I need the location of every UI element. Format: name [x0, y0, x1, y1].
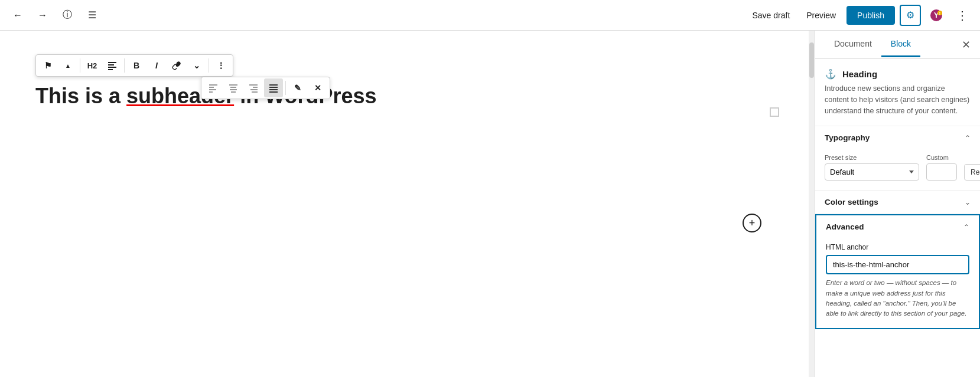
preset-size-select[interactable]: Default	[825, 163, 919, 181]
svg-text:!: !	[939, 11, 940, 15]
custom-size-label: Custom	[926, 154, 957, 161]
typography-panel-content: Preset size Default Custom Reset	[815, 149, 980, 190]
color-settings-panel: Color settings ⌄	[815, 191, 980, 214]
svg-rect-6	[108, 67, 116, 68]
edit-alignment-button[interactable]: ✎	[288, 78, 307, 97]
main-layout: ⚑ ▲ H2 B	[0, 31, 980, 377]
svg-rect-18	[250, 89, 258, 90]
svg-rect-13	[230, 87, 236, 88]
anchor-hint: Enter a word or two — without spaces — t…	[826, 278, 969, 319]
topbar-right: Save draft Preview Publish ⚙ Y ! ⋮	[746, 5, 973, 26]
info-button[interactable]: ⓘ	[57, 5, 78, 26]
svg-rect-12	[229, 84, 237, 86]
italic-button[interactable]: I	[147, 56, 166, 75]
block-info: ⚓ Heading Introduce new sections and org…	[815, 59, 980, 126]
preview-button[interactable]: Preview	[800, 7, 842, 24]
settings-button[interactable]: ⚙	[900, 5, 921, 26]
sidebar-header: Document Block ✕	[815, 31, 980, 59]
typography-fields: Preset size Default Custom Reset	[825, 154, 971, 181]
move-up-button[interactable]: ▲	[58, 56, 77, 75]
svg-rect-4	[108, 62, 116, 63]
typography-panel-header[interactable]: Typography ⌃	[815, 126, 980, 149]
publish-button[interactable]: Publish	[846, 6, 895, 25]
heading-level-button[interactable]: H2	[83, 56, 102, 75]
block-resize-handle	[770, 107, 779, 117]
html-anchor-label: HTML anchor	[826, 243, 969, 251]
align-full-button[interactable]	[264, 78, 283, 97]
color-settings-header[interactable]: Color settings ⌄	[815, 191, 980, 214]
svg-rect-20	[269, 84, 278, 86]
svg-rect-11	[209, 91, 213, 93]
bold-button[interactable]: B	[127, 56, 146, 75]
toolbar-divider-1	[80, 58, 80, 73]
more-rich-text-button[interactable]: ⌄	[187, 56, 206, 75]
block-toolbar-wrapper: ⚑ ▲ H2 B	[35, 54, 773, 77]
save-draft-button[interactable]: Save draft	[746, 7, 796, 24]
align-left-button[interactable]	[204, 78, 223, 97]
tab-document[interactable]: Document	[825, 32, 881, 57]
svg-rect-15	[231, 91, 236, 93]
undo-button[interactable]: ←	[7, 5, 28, 26]
advanced-toggle-icon: ⌃	[963, 223, 969, 231]
svg-rect-7	[108, 69, 113, 70]
svg-rect-8	[209, 84, 217, 86]
align-button[interactable]	[103, 56, 122, 75]
advanced-panel-title: Advanced	[826, 222, 864, 231]
link-button[interactable]	[167, 56, 186, 75]
typography-panel-title: Typography	[825, 133, 870, 142]
block-info-header: ⚓ Heading	[825, 68, 971, 80]
heading-content[interactable]: This is a subheader in WordPress	[35, 83, 773, 110]
advanced-panel-header[interactable]: Advanced ⌃	[816, 215, 979, 238]
advanced-panel: Advanced ⌃ HTML anchor Enter a word or t…	[815, 214, 980, 329]
advanced-panel-content: HTML anchor Enter a word or two — withou…	[816, 238, 979, 328]
yoast-button[interactable]: Y !	[926, 5, 947, 26]
block-more-options-button[interactable]: ⋮	[211, 56, 230, 75]
heading-block-icon: ⚓	[825, 68, 836, 80]
svg-rect-16	[249, 84, 258, 86]
close-alignment-button[interactable]: ✕	[308, 78, 327, 97]
sidebar-tabs: Document Block	[825, 32, 920, 57]
svg-rect-21	[269, 87, 278, 88]
color-settings-toggle-icon: ⌄	[965, 198, 971, 206]
svg-rect-22	[269, 89, 278, 90]
block-toolbar: ⚑ ▲ H2 B	[35, 54, 233, 77]
toolbar-divider-2	[124, 58, 125, 73]
preset-size-label: Preset size	[825, 154, 919, 161]
redo-button[interactable]: →	[32, 5, 53, 26]
typography-panel: Typography ⌃ Preset size Default Custom	[815, 126, 980, 191]
align-right-button[interactable]	[244, 78, 263, 97]
close-sidebar-button[interactable]: ✕	[962, 38, 971, 51]
toolbar-divider-3	[209, 58, 209, 73]
topbar: ← → ⓘ ☰ Save draft Preview Publish ⚙ Y !…	[0, 0, 980, 31]
svg-rect-23	[269, 91, 278, 93]
sub-toolbar: ✎ ✕	[201, 77, 330, 99]
sub-toolbar-divider	[285, 81, 286, 95]
block-mover-icon[interactable]: ⚑	[38, 56, 57, 75]
block-title: Heading	[842, 69, 877, 79]
block-description: Introduce new sections and organize cont…	[825, 83, 971, 116]
svg-rect-17	[253, 87, 258, 88]
reset-typography-button[interactable]: Reset	[964, 164, 980, 181]
add-block-button[interactable]: +	[743, 214, 761, 232]
scrollbar-thumb[interactable]	[809, 42, 814, 78]
scrollbar[interactable]	[809, 31, 815, 377]
topbar-left: ← → ⓘ ☰	[7, 5, 103, 26]
sidebar: Document Block ✕ ⚓ Heading Introduce new…	[815, 31, 980, 377]
editor-area: ⚑ ▲ H2 B	[0, 31, 809, 377]
list-view-button[interactable]: ☰	[82, 5, 103, 26]
preset-size-group: Preset size Default	[825, 154, 919, 181]
tab-block[interactable]: Block	[881, 32, 920, 57]
svg-rect-9	[209, 87, 214, 88]
typography-toggle-icon: ⌃	[965, 134, 971, 142]
more-options-button[interactable]: ⋮	[952, 5, 973, 26]
svg-rect-14	[230, 89, 237, 90]
html-anchor-input[interactable]	[826, 255, 969, 274]
color-settings-title: Color settings	[825, 198, 878, 206]
svg-rect-19	[252, 91, 258, 93]
svg-rect-10	[209, 89, 216, 90]
align-center-button[interactable]	[224, 78, 243, 97]
custom-size-input[interactable]	[926, 163, 957, 181]
svg-rect-5	[108, 64, 114, 65]
custom-size-group: Custom	[926, 154, 957, 181]
